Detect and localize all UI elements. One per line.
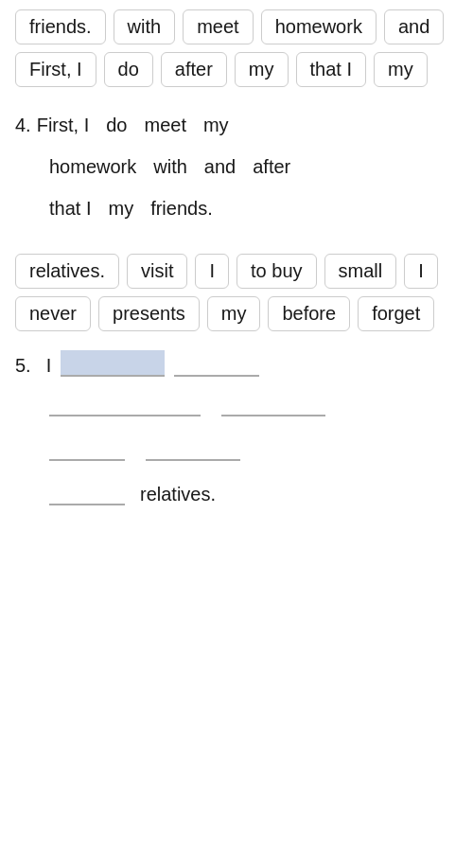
- chip-i-2[interactable]: I: [195, 254, 229, 289]
- chip-forget[interactable]: forget: [358, 296, 434, 331]
- chip-that-i[interactable]: that I: [296, 52, 366, 87]
- chip-after[interactable]: after: [161, 52, 227, 87]
- q4-w9: that I: [49, 189, 91, 227]
- chip-i-3[interactable]: I: [404, 254, 438, 289]
- q4-w1: First, I: [37, 106, 90, 144]
- chip-my-1[interactable]: my: [235, 52, 289, 87]
- chip-first-i[interactable]: First, I: [15, 52, 96, 87]
- word-bank-1: friends. with meet homework and First, I…: [15, 9, 458, 87]
- q5-blank-3[interactable]: [49, 390, 201, 416]
- q4-w3: meet: [144, 106, 185, 144]
- chip-my-2[interactable]: my: [374, 52, 428, 87]
- chip-to-buy[interactable]: to buy: [236, 254, 316, 289]
- chip-friends[interactable]: friends.: [15, 9, 106, 44]
- q5-first-word: I: [46, 355, 52, 377]
- word-bank-2: relatives. visit I to buy small I never …: [15, 254, 458, 331]
- chip-homework[interactable]: homework: [261, 9, 377, 44]
- chip-do[interactable]: do: [104, 52, 153, 87]
- q5-number: 5.: [15, 355, 31, 377]
- q4-w6: with: [153, 148, 187, 186]
- chip-never[interactable]: never: [15, 296, 91, 331]
- chip-visit[interactable]: visit: [127, 254, 187, 289]
- q5-blank-7[interactable]: [49, 479, 125, 505]
- chip-and-1[interactable]: and: [384, 9, 444, 44]
- chip-with-1[interactable]: with: [114, 9, 176, 44]
- chip-presents[interactable]: presents: [98, 296, 200, 331]
- chip-small[interactable]: small: [324, 254, 397, 289]
- question-5: 5. I relatives.: [15, 350, 458, 505]
- q4-w4: my: [203, 106, 229, 144]
- q5-blank-2[interactable]: [174, 350, 259, 377]
- q5-blank-6[interactable]: [146, 434, 240, 461]
- q4-w11: friends.: [150, 189, 213, 227]
- q4-w8: after: [253, 148, 290, 186]
- q4-w10: my: [108, 189, 133, 227]
- q5-end-word: relatives.: [140, 484, 216, 505]
- chip-relatives[interactable]: relatives.: [15, 254, 119, 289]
- chip-before[interactable]: before: [268, 296, 350, 331]
- chip-my-3[interactable]: my: [207, 296, 261, 331]
- chip-meet[interactable]: meet: [183, 9, 253, 44]
- q5-blank-1[interactable]: [61, 350, 165, 377]
- q5-blank-5[interactable]: [49, 434, 125, 461]
- question-4: 4. First, I do meet my homework with and…: [15, 106, 458, 227]
- q5-blank-4[interactable]: [221, 390, 325, 416]
- q4-number: 4.: [15, 115, 31, 136]
- q4-w7: and: [204, 148, 236, 186]
- q4-w2: do: [106, 106, 127, 144]
- q4-w5: homework: [49, 148, 136, 186]
